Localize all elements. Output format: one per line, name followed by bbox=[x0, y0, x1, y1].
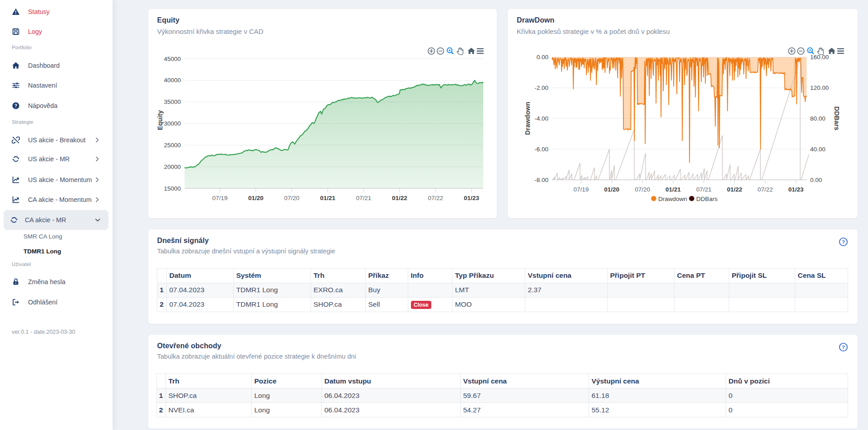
svg-text:80.00: 80.00 bbox=[810, 115, 826, 122]
svg-text:01/22: 01/22 bbox=[392, 195, 407, 201]
svg-text:01/22: 01/22 bbox=[727, 186, 742, 193]
svg-text:40000: 40000 bbox=[164, 77, 181, 84]
svg-text:-2.00: -2.00 bbox=[534, 84, 548, 91]
svg-text:07/22: 07/22 bbox=[428, 195, 443, 201]
svg-text:07/21: 07/21 bbox=[356, 195, 371, 201]
svg-text:07/19: 07/19 bbox=[212, 195, 227, 201]
svg-text:DDBars: DDBars bbox=[833, 106, 840, 130]
svg-text:Drawdown: Drawdown bbox=[524, 102, 531, 135]
svg-text:07/20: 07/20 bbox=[635, 186, 650, 193]
svg-text:01/21: 01/21 bbox=[320, 195, 335, 201]
svg-text:35000: 35000 bbox=[164, 98, 181, 105]
svg-text:-8.00: -8.00 bbox=[534, 176, 548, 183]
svg-text:25000: 25000 bbox=[164, 141, 181, 148]
svg-text:0.00: 0.00 bbox=[537, 54, 548, 61]
svg-text:07/20: 07/20 bbox=[284, 195, 299, 201]
svg-text:20000: 20000 bbox=[164, 163, 181, 170]
svg-text:01/23: 01/23 bbox=[464, 195, 479, 201]
svg-text:?: ? bbox=[14, 103, 17, 108]
svg-text:?: ? bbox=[841, 239, 844, 244]
svg-text:-6.00: -6.00 bbox=[534, 145, 548, 152]
svg-text:01/21: 01/21 bbox=[665, 186, 681, 193]
svg-text:07/19: 07/19 bbox=[573, 186, 589, 193]
svg-text:07/22: 07/22 bbox=[758, 186, 773, 193]
svg-text:120.00: 120.00 bbox=[810, 84, 829, 91]
svg-text:DDBars: DDBars bbox=[696, 195, 718, 202]
svg-text:01/23: 01/23 bbox=[788, 186, 804, 193]
svg-text:0.00: 0.00 bbox=[810, 176, 822, 183]
svg-text:01/20: 01/20 bbox=[604, 186, 619, 193]
svg-text:-4.00: -4.00 bbox=[534, 115, 548, 122]
svg-text:45000: 45000 bbox=[164, 55, 181, 62]
svg-text:07/21: 07/21 bbox=[696, 186, 712, 193]
svg-text:40.00: 40.00 bbox=[810, 145, 826, 152]
svg-text:160.00: 160.00 bbox=[810, 54, 829, 61]
svg-text:?: ? bbox=[841, 345, 844, 350]
svg-text:Drawdown: Drawdown bbox=[658, 195, 687, 202]
svg-text:Equity: Equity bbox=[156, 110, 164, 130]
svg-text:30000: 30000 bbox=[164, 120, 181, 127]
svg-text:15000: 15000 bbox=[164, 185, 181, 192]
svg-text:01/20: 01/20 bbox=[248, 195, 264, 201]
